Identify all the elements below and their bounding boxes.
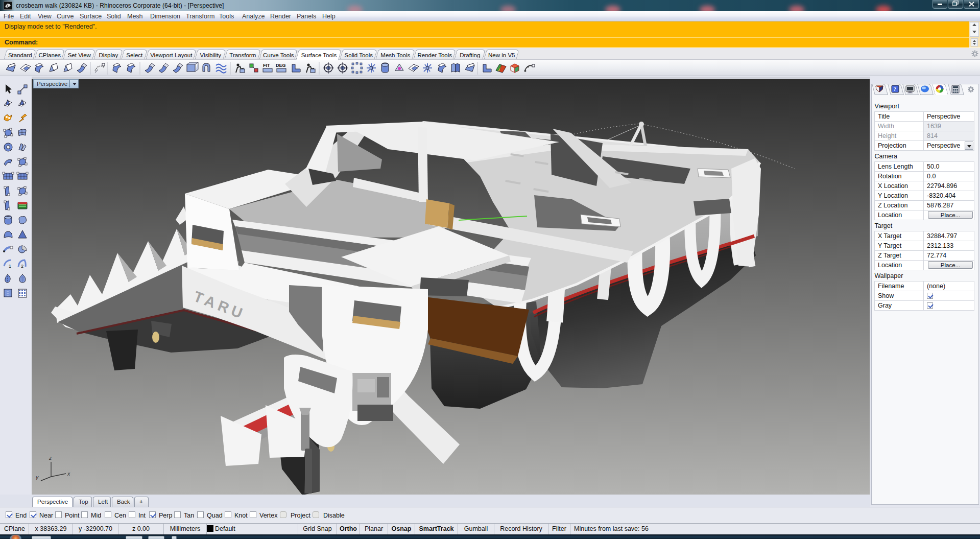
svg-text:y: y [35, 474, 39, 480]
svg-text:?: ? [894, 86, 897, 92]
svg-text:x: x [67, 471, 70, 477]
svg-text:z: z [49, 455, 52, 461]
